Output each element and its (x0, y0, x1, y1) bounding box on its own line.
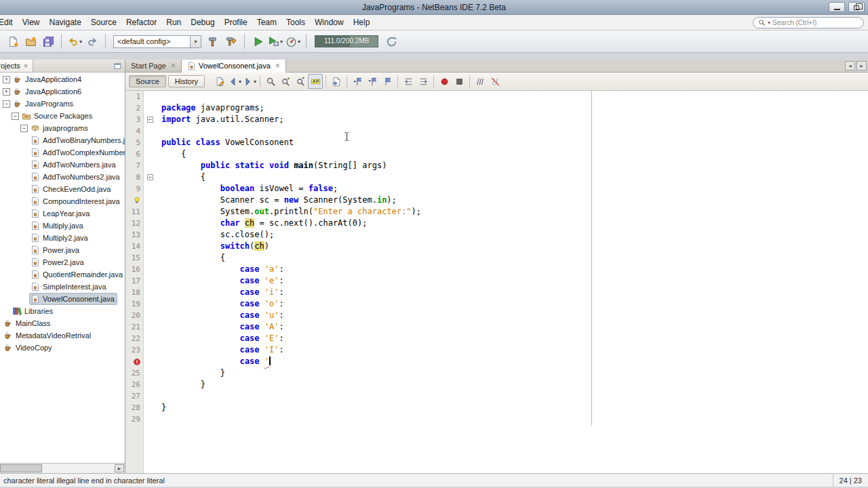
previous-bookmark-button[interactable] (350, 74, 365, 89)
fold-toggle[interactable]: − (144, 114, 156, 125)
memory-meter[interactable]: 111.0/200.2MB (315, 35, 378, 47)
menu-navigate[interactable]: Navigate (44, 16, 85, 29)
next-bookmark-button[interactable] (365, 74, 380, 89)
menu-edit[interactable]: Edit (0, 16, 18, 29)
code-line[interactable]: 26 } (125, 379, 868, 390)
clean-build-button[interactable] (222, 33, 240, 50)
code-line[interactable]: 7 public static void main(String[] args) (125, 160, 868, 171)
find-previous-button[interactable] (278, 74, 293, 89)
code-line[interactable]: 14 switch(ch) (125, 241, 868, 252)
code-line[interactable]: 27 (125, 390, 868, 402)
find-next-button[interactable] (293, 74, 308, 89)
chevron-down-icon[interactable]: ▾ (254, 79, 256, 85)
new-file-button[interactable] (4, 33, 22, 50)
collapse-toggle[interactable]: − (20, 125, 28, 132)
search-dropdown-icon[interactable]: ▾ (768, 20, 770, 26)
menu-source[interactable]: Source (86, 16, 121, 29)
tree-item-addtwobinarynumbers-java[interactable]: AddTwoBinaryNumbers.java (0, 134, 125, 146)
collapse-toggle[interactable]: − (3, 100, 10, 108)
toggle-bookmark-button[interactable] (380, 74, 395, 89)
tree-item-javaapplication6[interactable]: +JavaApplication6 (0, 85, 125, 98)
code-line[interactable]: 5public class VowelConsonent (125, 137, 868, 148)
last-edit-button[interactable] (212, 74, 227, 89)
titlebar[interactable]: JavaPrograms - NetBeans IDE 7.2 Beta (0, 0, 868, 15)
quick-search[interactable]: ▾ Search (Ctrl+I) (753, 17, 864, 28)
tree-item-videocopy[interactable]: VideoCopy (0, 342, 125, 354)
tree-item-javaapplication4[interactable]: +JavaApplication4 (0, 73, 125, 85)
scrollbar-thumb[interactable] (0, 464, 42, 472)
code-line[interactable]: 2package javaprograms; (125, 102, 868, 114)
tree-item-power2-java[interactable]: Power2.java (0, 256, 125, 268)
code-line[interactable]: 20 case 'u': (125, 310, 868, 321)
code-line[interactable]: 22 case 'E': (125, 333, 868, 344)
code-line[interactable]: Scanner sc = new Scanner(System.in); (125, 195, 868, 206)
fold-minus-icon[interactable]: − (147, 174, 153, 180)
tab-scroll-right-button[interactable]: ▸ (856, 61, 867, 70)
tree-item-javaprograms[interactable]: −JavaPrograms (0, 98, 125, 110)
code-line[interactable]: 19 case 'o': (125, 298, 868, 310)
run-gc-button[interactable] (382, 33, 400, 50)
stop-macro-button[interactable] (452, 74, 467, 89)
code-line[interactable]: 25 } (125, 367, 868, 379)
code-line[interactable]: 16 case 'a': (125, 264, 868, 275)
expand-toggle[interactable]: + (3, 88, 10, 96)
menu-tools[interactable]: Tools (281, 16, 310, 29)
scroll-right-arrow[interactable]: ▸ (115, 464, 124, 472)
chevron-down-icon[interactable]: ▾ (190, 36, 201, 47)
code-line[interactable]: 11 System.out.println("Enter a character… (125, 206, 868, 218)
select-in-projects-button[interactable] (329, 74, 344, 89)
forward-button[interactable]: ▾ (242, 74, 257, 89)
menu-team[interactable]: Team (252, 16, 281, 29)
tree-item-quotientremainder-java[interactable]: QuotientRemainder.java (0, 268, 125, 281)
save-all-button[interactable] (39, 33, 57, 50)
tree-item-addtwonumbers-java[interactable]: AddTwoNumbers.java (0, 159, 125, 171)
fold-toggle[interactable]: − (144, 171, 156, 183)
tree-item-multiply2-java[interactable]: Multiply2.java (0, 232, 125, 244)
fold-minus-icon[interactable]: − (147, 117, 153, 123)
config-select[interactable]: <default config>▾ (113, 35, 201, 48)
tree-item-multiply-java[interactable]: Multiply.java (0, 220, 125, 232)
code-line[interactable]: 21 case 'A': (125, 321, 868, 333)
menu-refactor[interactable]: Refactor (121, 16, 161, 29)
profile-button[interactable]: ▾ (284, 33, 302, 50)
tree-item-source-packages[interactable]: −Source Packages (0, 110, 125, 122)
code-line[interactable]: 4 (125, 125, 868, 137)
tree-item-vowelconsonent-java[interactable]: VowelConsonent.java (0, 293, 125, 305)
new-project-button[interactable] (22, 33, 39, 50)
tree-item-metadatavideoretrival[interactable]: MetadataVideoRetrival (0, 329, 125, 342)
highlight-button[interactable] (308, 74, 323, 89)
tree-item-checkevenodd-java[interactable]: CheckEvenOdd.java (0, 183, 125, 195)
menu-help[interactable]: Help (349, 16, 375, 29)
code-line[interactable]: 9 boolean isVowel = false; (125, 183, 868, 195)
debug-button[interactable]: ▾ (267, 33, 284, 50)
code-line[interactable]: 6 { (125, 148, 868, 160)
build-button[interactable] (205, 33, 222, 50)
menu-window[interactable]: Window (310, 16, 349, 29)
run-button[interactable] (249, 33, 267, 50)
tree-item-libraries[interactable]: Libraries (0, 305, 125, 317)
code-editor[interactable]: 12package javaprograms;3−import java.uti… (125, 91, 868, 473)
tree-item-addtwonumbers2-java[interactable]: AddTwoNumbers2.java (0, 171, 125, 183)
projects-hscrollbar[interactable]: ▸ (0, 463, 125, 473)
history-view-button[interactable]: History (168, 75, 205, 87)
code-line[interactable]: 23 case 'I': (125, 344, 868, 356)
collapse-toggle[interactable]: − (12, 113, 19, 120)
tab-vowelconsonent-java[interactable]: VowelConsonent.java× (182, 60, 286, 73)
restore-button[interactable] (848, 2, 865, 12)
code-line[interactable]: 8− { (125, 171, 868, 183)
projects-tab-close-icon[interactable]: × (24, 62, 28, 70)
menu-view[interactable]: View (18, 16, 45, 29)
code-line[interactable]: 3−import java.util.Scanner; (125, 114, 868, 125)
chevron-down-icon[interactable]: ▾ (280, 39, 283, 45)
menu-run[interactable]: Run (161, 16, 186, 29)
start-macro-button[interactable] (437, 74, 452, 89)
back-button[interactable]: ▾ (227, 74, 242, 89)
code-line[interactable]: 15 { (125, 252, 868, 264)
tab-start-page[interactable]: Start Page× (125, 60, 182, 72)
tree-item-addtwocomplexnumbers-java[interactable]: AddTwoComplexNumbers.java (0, 146, 125, 159)
code-line[interactable]: case ' (125, 356, 868, 367)
code-line[interactable]: 28} (125, 402, 868, 413)
code-line[interactable]: 17 case 'e': (125, 275, 868, 287)
menu-debug[interactable]: Debug (186, 16, 219, 29)
comment-button[interactable] (473, 74, 488, 89)
